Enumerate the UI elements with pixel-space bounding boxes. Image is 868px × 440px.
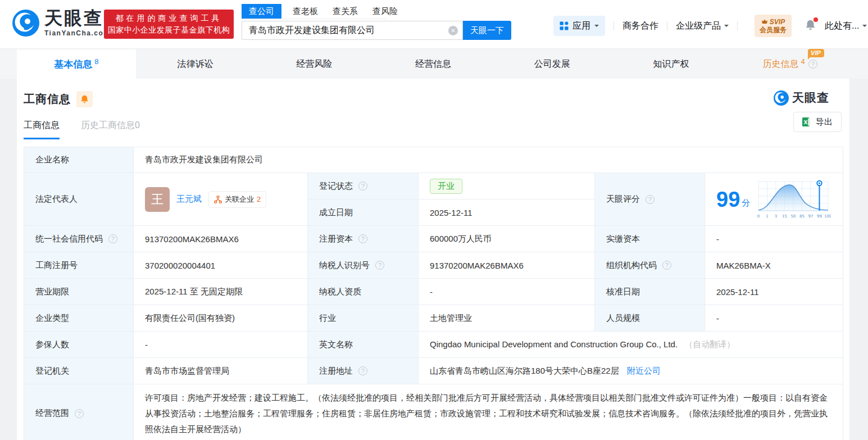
excel-icon: X: [802, 117, 811, 126]
tab-company-development[interactable]: 公司发展: [493, 49, 612, 79]
help-icon[interactable]: [358, 182, 367, 190]
table-row: 经营范围 许可项目：房地产开发经营；建设工程施工。（依法须经批准的项目，经相关部…: [24, 384, 843, 440]
enterprise-products-menu[interactable]: 企业级产品: [676, 20, 729, 32]
tab-legal-litigation[interactable]: 法律诉讼: [136, 49, 255, 79]
account-menu[interactable]: 此处有...: [825, 20, 867, 32]
company-type-value: 有限责任公司(国有独资): [134, 305, 308, 332]
help-icon[interactable]: [75, 409, 84, 418]
svg-text:1: 1: [766, 214, 769, 219]
field-label: 核准日期: [595, 279, 705, 305]
search-tab-boss[interactable]: 查老板: [293, 4, 318, 19]
subtab-business-info[interactable]: 工商信息: [24, 120, 60, 139]
insured-count-value: -: [134, 332, 308, 358]
monitor-bell-button[interactable]: [76, 91, 93, 107]
tab-history-info[interactable]: 历史信息 4 VIP: [730, 49, 849, 79]
tab-basic-info[interactable]: 基本信息 8: [17, 49, 136, 79]
search-tab-company[interactable]: 查公司: [242, 4, 281, 19]
tab-operating-info[interactable]: 经营信息: [374, 49, 493, 79]
apps-menu[interactable]: 应用: [553, 16, 605, 36]
help-icon[interactable]: [358, 366, 367, 375]
establish-date-value: 2025-12-11: [419, 199, 595, 226]
auto-translate-note: （自动翻译）: [684, 339, 735, 349]
search-input[interactable]: [242, 21, 463, 40]
field-label: 登记状态: [319, 181, 353, 192]
svg-text:97: 97: [808, 214, 814, 219]
company-section-tabs: 基本信息 8 法律诉讼 经营风险 经营信息 公司发展 知识产权 历史信息 4 V…: [0, 49, 868, 79]
field-label: 成立日期: [308, 199, 419, 226]
legal-rep-name-link[interactable]: 王元斌: [176, 194, 202, 205]
field-label: 纳税人识别号: [319, 260, 370, 271]
field-label: 营业期限: [24, 279, 134, 305]
tianyan-score[interactable]: 99 分: [716, 179, 835, 220]
taxpayer-id-value: 91370200MAK26BMAX6: [419, 252, 595, 279]
field-label: 人员规模: [595, 305, 705, 332]
org-code-value: MAK26BMA-X: [705, 252, 843, 279]
export-button[interactable]: X 导出: [793, 112, 842, 132]
tab-intellectual-property[interactable]: 知识产权: [612, 49, 731, 79]
brand-domain: TianYanCha.com: [44, 29, 110, 37]
paid-capital-value: -: [705, 226, 843, 252]
table-row: 参保人数 - 英文名称 Qingdao Municipal Developmen…: [24, 332, 843, 358]
search-tab-relation[interactable]: 查关系: [333, 4, 358, 19]
field-label: 英文名称: [308, 332, 419, 358]
top-header: 天眼查 TianYanCha.com 都在用的商业查询工具 国家中小企业发展子基…: [0, 0, 868, 48]
help-icon[interactable]: [646, 195, 655, 204]
notification-dot: [814, 17, 818, 22]
business-cooperation-link[interactable]: 商务合作: [622, 20, 658, 32]
field-label: 经营范围: [35, 408, 69, 419]
help-icon[interactable]: [108, 234, 117, 243]
watermark-text: 天眼查: [792, 90, 829, 106]
slogan-line1: 都在用的商业查询工具: [104, 12, 234, 24]
field-label: 纳税人资质: [308, 279, 419, 305]
nearby-companies-link[interactable]: 附近公司: [627, 366, 661, 375]
svg-text:X: X: [804, 120, 808, 125]
chevron-down-icon: [594, 25, 599, 29]
help-icon[interactable]: [375, 261, 384, 270]
network-icon: [214, 196, 222, 203]
field-label: 统一社会信用代码: [35, 234, 103, 244]
reg-number-value: 370200020004401: [134, 252, 308, 279]
business-term-value: 2025-12-11 至 无固定期限: [134, 279, 308, 305]
approval-date-value: 2025-12-11: [705, 279, 843, 305]
brand-name: 天眼查: [44, 9, 110, 27]
svg-text:100: 100: [825, 214, 831, 219]
tianyancha-logo[interactable]: 天眼查 TianYanCha.com: [12, 9, 110, 37]
tianyancha-logo-icon: [12, 10, 39, 37]
brand-slogan: 都在用的商业查询工具 国家中小企业发展子基金旗下机构: [104, 10, 234, 39]
search-button[interactable]: 天眼一下: [463, 21, 511, 40]
credit-code-value: 91370200MAK26BMAX6: [134, 226, 308, 252]
help-icon[interactable]: [358, 234, 367, 243]
svg-text:99: 99: [817, 214, 822, 219]
field-label: 行业: [308, 305, 419, 332]
taxpayer-quality-value: -: [419, 279, 595, 305]
subtab-history-business-info[interactable]: 历史工商信息0: [81, 120, 140, 139]
tab-count: 4: [801, 57, 805, 66]
field-label: 参保人数: [24, 332, 134, 358]
help-icon[interactable]: [662, 261, 671, 270]
tianyancha-logo-icon: [774, 90, 789, 106]
related-companies-badge[interactable]: 关联企业 2: [208, 191, 266, 208]
field-label: 企业类型: [24, 305, 134, 332]
vip-badge: VIP: [808, 49, 824, 57]
tab-operating-risk[interactable]: 经营风险: [255, 49, 374, 79]
reg-capital-value: 600000万人民币: [419, 226, 595, 252]
clear-search-icon[interactable]: [448, 26, 458, 35]
industry-value: 土地管理业: [419, 305, 595, 332]
svip-member-badge[interactable]: SVIP 会员服务: [755, 15, 792, 37]
business-scope-value: 许可项目：房地产开发经营；建设工程施工。（依法须经批准的项目，经相关部门批准后方…: [134, 384, 843, 440]
table-row: 登记机关 青岛市市场监督管理局 注册地址 山东省青岛市崂山区海尔路180号大荣中…: [24, 358, 843, 384]
legal-rep-avatar[interactable]: 王: [145, 187, 170, 212]
reg-authority-value: 青岛市市场监督管理局: [134, 358, 308, 384]
business-registration-table: 企业名称 青岛市政开发建设集团有限公司 法定代表人 王 王元斌: [24, 147, 843, 440]
notifications-bell[interactable]: [805, 19, 816, 33]
field-label: 登记机关: [24, 358, 134, 384]
search-tab-risk[interactable]: 查风险: [372, 4, 398, 19]
help-icon[interactable]: [808, 60, 817, 69]
score-distribution-chart: 0 1 3 15 50 85 97 99 100: [756, 179, 831, 220]
field-label: 企业名称: [24, 147, 134, 173]
table-row: 营业期限 2025-12-11 至 无固定期限 纳税人资质 - 核准日期 202…: [24, 279, 843, 305]
business-info-card: 工商信息 天眼查 工商信息 历史工商信息0 X 导出: [17, 79, 849, 440]
svg-text:3: 3: [775, 214, 777, 219]
field-label: 注册地址: [319, 366, 353, 377]
company-name-value: 青岛市政开发建设集团有限公司: [134, 147, 843, 173]
